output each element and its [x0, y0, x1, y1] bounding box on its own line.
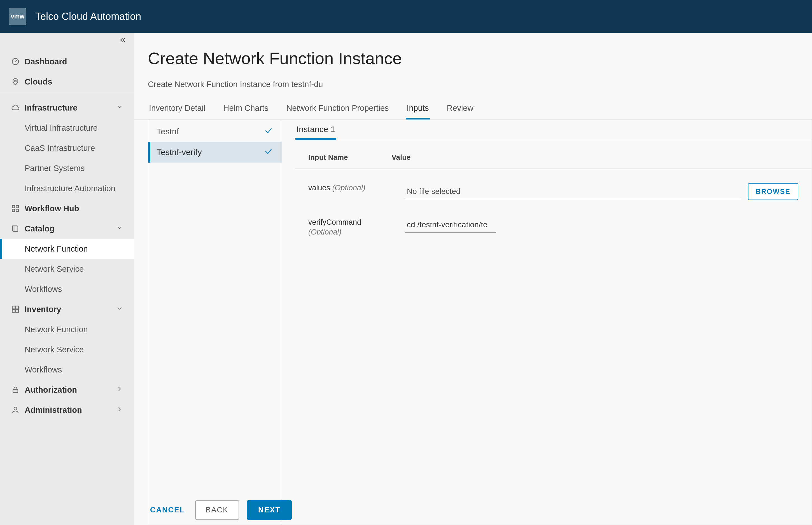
svg-line-1 [15, 60, 17, 62]
sidebar-item-label: Clouds [25, 77, 52, 87]
sidebar-item-clouds[interactable]: Clouds [0, 72, 134, 92]
vmware-logo-badge: vmw [9, 8, 26, 25]
values-file-input[interactable] [405, 184, 741, 199]
field-row-verifycommand: verifyCommand (Optional) [295, 203, 812, 240]
cancel-button[interactable]: CANCEL [148, 501, 187, 519]
sidebar-item-label: Partner Systems [25, 164, 85, 173]
column-headers: Input Name Value [295, 140, 812, 168]
sidebar-item-label: Workflows [25, 365, 62, 374]
tab-helm-charts[interactable]: Helm Charts [222, 104, 270, 120]
sidebar-item-catalog-workflows[interactable]: Workflows [0, 279, 134, 299]
page-subtitle: Create Network Function Instance from te… [134, 80, 812, 103]
sidebar-item-label: Network Service [25, 265, 84, 274]
sidebar-item-infrastructure-automation[interactable]: Infrastructure Automation [0, 178, 134, 198]
wizard-buttons: CANCEL BACK NEXT [148, 500, 292, 520]
sidebar: Dashboard Clouds Infrastructure Virtual … [0, 33, 134, 525]
field-label-verifycommand: verifyCommand (Optional) [308, 217, 381, 237]
svg-rect-4 [16, 206, 19, 208]
next-button[interactable]: NEXT [247, 500, 292, 520]
svg-rect-10 [12, 310, 15, 312]
gauge-icon [11, 57, 19, 66]
svg-rect-3 [12, 206, 15, 208]
sidebar-item-label: Catalog [25, 224, 54, 234]
sidebar-item-label: Network Service [25, 345, 84, 354]
svg-rect-6 [16, 209, 19, 212]
sidebar-item-label: Virtual Infrastructure [25, 123, 98, 133]
browse-button[interactable]: BROWSE [748, 183, 799, 200]
chevron-right-icon [116, 405, 123, 415]
sidebar-item-workflow-hub[interactable]: Workflow Hub [0, 198, 134, 219]
chevron-down-icon [116, 103, 123, 112]
sidebar-item-label: Workflows [25, 285, 62, 294]
check-icon [264, 126, 273, 137]
svg-point-2 [15, 80, 16, 82]
chevron-right-icon [116, 385, 123, 394]
grid-icon [11, 204, 19, 213]
sidebar-item-inventory-network-function[interactable]: Network Function [0, 319, 134, 340]
svg-rect-8 [12, 306, 15, 309]
boxes-icon [11, 305, 19, 313]
label-text: verifyCommand [308, 218, 361, 226]
svg-rect-9 [16, 306, 18, 309]
verifycommand-input[interactable] [405, 217, 496, 232]
tab-instance-1[interactable]: Instance 1 [295, 124, 336, 140]
sidebar-item-label: Administration [25, 405, 82, 415]
lock-icon [11, 386, 19, 394]
cloud-icon [11, 104, 19, 112]
inputs-left-list: Testnf Testnf-verify [148, 120, 282, 525]
sidebar-item-virtual-infrastructure[interactable]: Virtual Infrastructure [0, 118, 134, 138]
label-optional: (Optional) [308, 228, 342, 236]
left-item-label: Testnf [157, 127, 179, 136]
sidebar-item-catalog[interactable]: Catalog [0, 219, 134, 239]
field-label-values: values (Optional) [308, 183, 381, 193]
label-text: values [308, 184, 330, 192]
sidebar-item-administration[interactable]: Administration [0, 400, 134, 420]
left-item-testnf[interactable]: Testnf [148, 121, 282, 142]
svg-rect-5 [12, 209, 15, 212]
sidebar-item-label: Network Function [25, 244, 88, 254]
left-item-testnf-verify[interactable]: Testnf-verify [148, 142, 282, 163]
sidebar-item-partner-systems[interactable]: Partner Systems [0, 158, 134, 178]
check-icon [264, 147, 273, 158]
field-row-values: values (Optional) BROWSE [295, 168, 812, 203]
sidebar-item-dashboard[interactable]: Dashboard [0, 51, 134, 72]
sidebar-item-catalog-network-service[interactable]: Network Service [0, 259, 134, 279]
sidebar-item-label: Dashboard [25, 57, 67, 66]
sidebar-item-inventory-workflows[interactable]: Workflows [0, 360, 134, 380]
sidebar-item-label: Inventory [25, 305, 61, 314]
back-button[interactable]: BACK [195, 500, 239, 520]
chevron-down-icon [116, 224, 123, 234]
chevron-down-icon [116, 305, 123, 314]
sidebar-item-infrastructure[interactable]: Infrastructure [0, 97, 134, 118]
pin-icon [11, 77, 19, 86]
svg-point-13 [14, 407, 17, 410]
main-content: Create Network Function Instance Create … [134, 33, 812, 525]
wizard-tabs: Inventory Detail Helm Charts Network Fun… [134, 103, 812, 120]
tab-nf-properties[interactable]: Network Function Properties [285, 104, 390, 120]
sidebar-item-inventory-network-service[interactable]: Network Service [0, 340, 134, 360]
sidebar-item-inventory[interactable]: Inventory [0, 299, 134, 319]
inputs-panel: Testnf Testnf-verify Instance 1 Input Na… [148, 120, 812, 525]
sidebar-item-label: CaaS Infrastructure [25, 144, 95, 153]
book-icon [11, 224, 19, 233]
label-optional: (Optional) [333, 184, 366, 192]
col-header-value: Value [392, 153, 411, 162]
tab-review[interactable]: Review [446, 104, 475, 120]
sidebar-item-catalog-network-function[interactable]: Network Function [0, 239, 134, 259]
tab-inventory-detail[interactable]: Inventory Detail [148, 104, 207, 120]
app-header: vmw Telco Cloud Automation [0, 0, 812, 33]
sidebar-item-label: Infrastructure [25, 103, 77, 112]
sidebar-item-authorization[interactable]: Authorization [0, 380, 134, 400]
left-item-label: Testnf-verify [157, 148, 202, 157]
svg-rect-11 [16, 310, 18, 312]
product-name: Telco Cloud Automation [35, 11, 141, 22]
page-title: Create Network Function Instance [134, 49, 812, 80]
sidebar-item-label: Infrastructure Automation [25, 184, 115, 193]
user-icon [11, 406, 19, 414]
sidebar-collapse-icon[interactable] [119, 36, 127, 45]
sidebar-item-label: Authorization [25, 385, 77, 394]
sidebar-item-label: Network Function [25, 325, 88, 334]
svg-rect-12 [13, 390, 18, 393]
tab-inputs[interactable]: Inputs [406, 104, 430, 120]
sidebar-item-caas-infrastructure[interactable]: CaaS Infrastructure [0, 138, 134, 158]
